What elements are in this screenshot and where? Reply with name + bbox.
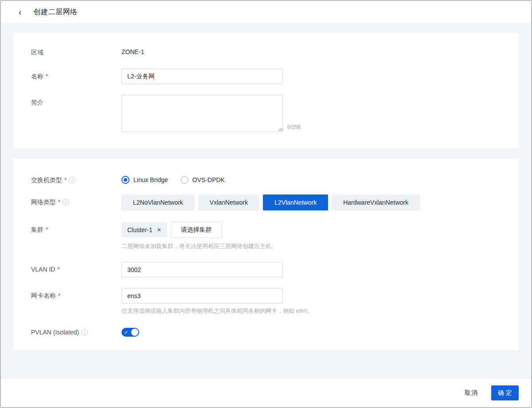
vlan-id-row: VLAN ID * — [31, 262, 501, 277]
cluster-controls-col: Cluster-1 ✕ 请选择集群 二层网络未加载集群，将无法使用相应三层网络创… — [121, 222, 277, 250]
pvlan-row: PVLAN (Isolated) i ✓ — [31, 327, 501, 337]
create-l2-network-dialog: ‹ 创建二层网络 区域 ZONE-1 名称 * 简介 — [0, 0, 532, 408]
required-mark: * — [58, 291, 60, 299]
radio-ovs-dpdk[interactable]: OVS-DPDK — [180, 176, 225, 184]
zone-value: ZONE-1 — [121, 48, 144, 55]
pvlan-label: PVLAN (Isolated) i — [31, 327, 121, 336]
network-config-card: 交换机类型 * i Linux Bridge OVS-DPDK — [13, 159, 519, 350]
cluster-tag: Cluster-1 ✕ — [121, 222, 167, 237]
switch-type-radio-group: Linux Bridge OVS-DPDK — [121, 175, 225, 184]
zone-row: 区域 ZONE-1 — [31, 48, 501, 56]
cluster-tag-label: Cluster-1 — [127, 226, 153, 233]
info-icon[interactable]: i — [69, 177, 75, 183]
network-type-l2vlan[interactable]: L2VlanNetwork — [263, 194, 328, 210]
page-title: 创建二层网络 — [34, 8, 78, 17]
nic-name-label: 网卡名称 * — [31, 288, 121, 299]
confirm-button[interactable]: 确 定 — [491, 385, 519, 400]
dialog-header: ‹ 创建二层网络 — [1, 1, 531, 24]
check-icon: ✓ — [124, 330, 128, 335]
select-cluster-button[interactable]: 请选择集群 — [171, 222, 222, 238]
nic-name-hint: 仅支持选择或输入集群内所有物理机之间具体相同名称的网卡，例如 eth0。 — [121, 307, 313, 315]
required-mark: * — [46, 72, 48, 80]
name-label-text: 名称 — [31, 72, 43, 80]
radio-unchecked-icon — [180, 176, 188, 184]
network-type-hardwarevxlan[interactable]: HardwareVxlanNetwork — [332, 194, 420, 210]
nic-name-label-text: 网卡名称 — [31, 291, 56, 299]
description-label: 简介 — [31, 95, 121, 106]
required-mark: * — [58, 198, 60, 206]
network-type-vxlan[interactable]: VxlanNetwork — [198, 194, 259, 210]
info-icon[interactable]: i — [63, 199, 69, 206]
nic-name-row: 网卡名称 * 仅支持选择或输入集群内所有物理机之间具体相同名称的网卡，例如 et… — [31, 288, 501, 315]
radio-label: OVS-DPDK — [192, 176, 225, 183]
nic-name-input[interactable] — [121, 288, 283, 303]
description-textarea[interactable] — [121, 95, 283, 132]
info-icon[interactable]: i — [81, 329, 88, 336]
name-input[interactable] — [121, 69, 283, 84]
dialog-footer: 取消 确 定 — [1, 378, 531, 407]
cluster-controls: Cluster-1 ✕ 请选择集群 — [121, 222, 277, 238]
nic-name-col: 仅支持选择或输入集群内所有物理机之间具体相同名称的网卡，例如 eth0。 — [121, 288, 313, 315]
cluster-label-text: 集群 — [31, 225, 43, 233]
basic-info-card: 区域 ZONE-1 名称 * 简介 0/256 — [13, 33, 519, 148]
description-row: 简介 0/256 — [31, 95, 501, 132]
vlan-id-input[interactable] — [121, 262, 283, 277]
vlan-id-label-text: VLAN ID — [31, 265, 55, 273]
switch-type-label: 交换机类型 * i — [31, 175, 121, 184]
network-type-label-text: 网络类型 — [31, 198, 56, 206]
name-row: 名称 * — [31, 69, 501, 84]
cluster-label: 集群 * — [31, 222, 121, 233]
vlan-id-label: VLAN ID * — [31, 262, 121, 273]
zone-label: 区域 — [31, 48, 121, 56]
zone-label-text: 区域 — [31, 48, 43, 56]
radio-checked-icon — [121, 176, 129, 184]
close-icon[interactable]: ✕ — [157, 227, 161, 233]
switch-type-row: 交换机类型 * i Linux Bridge OVS-DPDK — [31, 175, 501, 184]
pvlan-label-text: PVLAN (Isolated) — [31, 328, 79, 336]
radio-linux-bridge[interactable]: Linux Bridge — [121, 176, 168, 184]
radio-label: Linux Bridge — [133, 176, 168, 183]
required-mark: * — [57, 265, 59, 273]
cancel-button[interactable]: 取消 — [465, 389, 478, 397]
network-type-row: 网络类型 * i L2NoVlanNetwork VxlanNetwork L2… — [31, 194, 501, 210]
switch-type-label-text: 交换机类型 — [31, 176, 62, 184]
required-mark: * — [46, 225, 48, 233]
cluster-hint: 二层网络未加载集群，将无法使用相应三层网络创建云主机。 — [121, 242, 277, 250]
network-type-l2novlan[interactable]: L2NoVlanNetwork — [121, 194, 195, 210]
cluster-row: 集群 * Cluster-1 ✕ 请选择集群 二层网络未加载集群，将无法使用相应… — [31, 222, 501, 250]
toggle-knob — [131, 329, 138, 336]
dialog-body: 区域 ZONE-1 名称 * 简介 0/256 — [1, 24, 531, 378]
description-label-text: 简介 — [31, 98, 43, 106]
network-type-group: L2NoVlanNetwork VxlanNetwork L2VlanNetwo… — [121, 194, 420, 210]
back-icon[interactable]: ‹ — [19, 8, 22, 16]
name-label: 名称 * — [31, 69, 121, 80]
description-wrap: 0/256 — [121, 95, 301, 132]
char-counter: 0/256 — [287, 124, 301, 132]
required-mark: * — [64, 176, 66, 184]
network-type-label: 网络类型 * i — [31, 194, 121, 206]
pvlan-toggle[interactable]: ✓ — [121, 328, 139, 337]
